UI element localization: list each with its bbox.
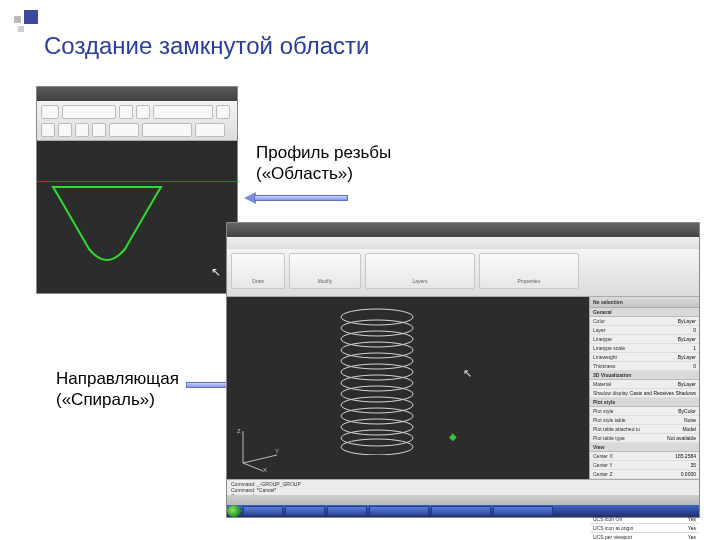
property-row: Linetype scale1	[590, 344, 699, 353]
cursor-icon: ↖	[211, 265, 221, 279]
ucs-icon: Z Y X	[233, 425, 281, 473]
ribbon-group-layers: Layers	[366, 278, 474, 286]
cursor-icon: ↖	[463, 367, 472, 380]
screenshot-helix: Draw Modify Layers Properties ↖	[226, 222, 700, 518]
helix-shape	[335, 305, 419, 455]
property-row: Center Y35	[590, 461, 699, 470]
svg-line-14	[243, 455, 277, 463]
ribbon-group-modify: Modify	[290, 278, 360, 286]
property-row: ColorByLayer	[590, 317, 699, 326]
svg-text:Z: Z	[237, 428, 241, 434]
property-row: Plot style tableNone	[590, 416, 699, 425]
prop-cat-general: General	[590, 308, 699, 317]
svg-line-15	[243, 463, 263, 471]
property-row: LinetypeByLayer	[590, 335, 699, 344]
arrow-to-profile	[244, 192, 348, 204]
annotation-guide-line2: («Спираль»)	[56, 389, 179, 410]
start-button-icon	[227, 505, 241, 517]
annotation-guide: Направляющая («Спираль»)	[56, 368, 179, 411]
prop-cat-3dviz: 3D Visualization	[590, 371, 699, 380]
property-row: Center X185.2584	[590, 452, 699, 461]
s2-titlebar	[227, 223, 699, 237]
gizmo-icon: ◆	[449, 431, 457, 442]
s1-ribbon	[37, 101, 237, 141]
s2-viewport: ↖ ◆ Z Y X	[227, 297, 589, 479]
prop-cat-plot: Plot style	[590, 398, 699, 407]
annotation-profile-line2: («Область»)	[256, 163, 391, 184]
property-row: Center Z0.0000	[590, 470, 699, 479]
svg-text:X: X	[263, 467, 267, 473]
ribbon-group-draw: Draw	[232, 278, 284, 286]
s2-menubar	[227, 237, 699, 249]
ribbon-group-properties: Properties	[480, 278, 578, 286]
slide-title: Создание замкнутой области	[44, 32, 369, 60]
property-row: MaterialByLayer	[590, 380, 699, 389]
s1-viewport: ↖	[37, 141, 237, 293]
s2-ribbon: Draw Modify Layers Properties	[227, 249, 699, 297]
svg-point-11	[341, 430, 413, 446]
screenshot-profile: ↖	[36, 86, 238, 294]
property-row: Plot table attached toModel	[590, 425, 699, 434]
property-row: UCS icon at originYes	[590, 524, 699, 533]
status-bar	[227, 495, 699, 505]
property-row: LineweightByLayer	[590, 353, 699, 362]
svg-point-12	[341, 439, 413, 455]
thread-profile-shape	[47, 177, 167, 267]
annotation-profile-line1: Профиль резьбы	[256, 142, 391, 163]
svg-text:Y: Y	[275, 448, 279, 454]
properties-title: No selection	[590, 297, 699, 308]
command-line: Command: _-GROUP_GROUP Command: *Cancel*…	[227, 479, 699, 495]
properties-panel: No selection General ColorByLayerLayer0L…	[589, 297, 699, 479]
prop-cat-view: View	[590, 443, 699, 452]
s1-titlebar	[37, 87, 237, 101]
property-row: Shadow displayCasts and Receives Shadows	[590, 389, 699, 398]
property-row: Plot styleByColor	[590, 407, 699, 416]
property-row: UCS per viewportYes	[590, 533, 699, 540]
property-row: Layer0	[590, 326, 699, 335]
property-row: Thickness0	[590, 362, 699, 371]
property-row: Plot table typeNot available	[590, 434, 699, 443]
annotation-guide-line1: Направляющая	[56, 368, 179, 389]
slide-bullet-deco	[14, 10, 38, 34]
annotation-profile: Профиль резьбы («Область»)	[256, 142, 391, 185]
taskbar	[227, 505, 699, 517]
